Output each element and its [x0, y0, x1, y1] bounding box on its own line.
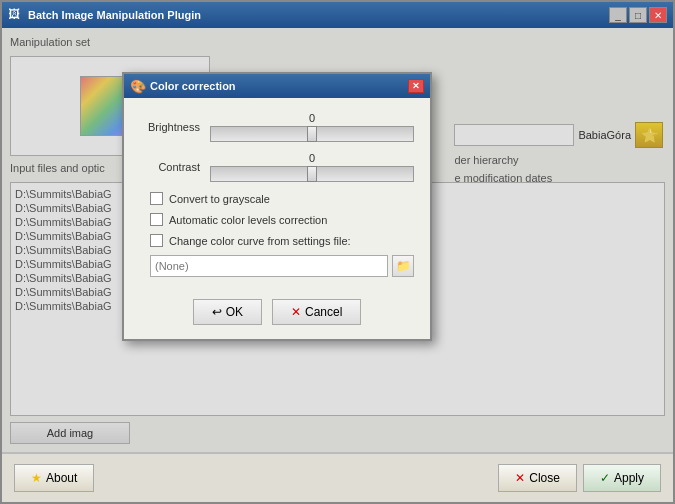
grayscale-label: Convert to grayscale — [169, 193, 270, 205]
dialog-icon: 🎨 — [130, 79, 146, 94]
brightness-row: Brightness 0 — [140, 112, 414, 142]
dialog-footer: ↩ OK ✕ Cancel — [124, 289, 430, 339]
brightness-label: Brightness — [140, 121, 210, 133]
dialog-title-bar: 🎨 Color correction ✕ — [124, 74, 430, 98]
contrast-slider-container: 0 — [210, 152, 414, 182]
contrast-thumb[interactable] — [307, 166, 317, 182]
cancel-icon: ✕ — [291, 305, 301, 319]
auto-levels-label: Automatic color levels correction — [169, 214, 327, 226]
dialog-cancel-button[interactable]: ✕ Cancel — [272, 299, 361, 325]
brightness-value: 0 — [309, 112, 315, 124]
close-label: Close — [529, 471, 560, 485]
file-picker-row: 📁 — [140, 255, 414, 277]
title-bar-buttons: _ □ ✕ — [609, 7, 667, 23]
close-x-icon: ✕ — [515, 471, 525, 485]
auto-levels-row: Automatic color levels correction — [140, 213, 414, 226]
brightness-slider-container: 0 — [210, 112, 414, 142]
contrast-track[interactable] — [210, 166, 414, 182]
contrast-row: Contrast 0 — [140, 152, 414, 182]
dialog-title-left: 🎨 Color correction — [130, 79, 236, 94]
brightness-thumb[interactable] — [307, 126, 317, 142]
dialog-body: Brightness 0 Contrast 0 — [124, 98, 430, 289]
about-star-icon: ★ — [31, 471, 42, 485]
maximize-button[interactable]: □ — [629, 7, 647, 23]
cancel-label: Cancel — [305, 305, 342, 319]
contrast-value: 0 — [309, 152, 315, 164]
window-title: Batch Image Manipulation Plugin — [28, 9, 201, 21]
apply-button[interactable]: ✓ Apply — [583, 464, 661, 492]
color-curve-checkbox[interactable] — [150, 234, 163, 247]
auto-levels-checkbox[interactable] — [150, 213, 163, 226]
color-curve-label: Change color curve from settings file: — [169, 235, 351, 247]
contrast-label: Contrast — [140, 161, 210, 173]
grayscale-checkbox[interactable] — [150, 192, 163, 205]
dialog-ok-button[interactable]: ↩ OK — [193, 299, 262, 325]
ok-icon: ↩ — [212, 305, 222, 319]
dialog-title: Color correction — [150, 80, 236, 92]
title-bar-left: 🖼 Batch Image Manipulation Plugin — [8, 7, 201, 23]
apply-label: Apply — [614, 471, 644, 485]
about-label: About — [46, 471, 77, 485]
bottom-right-buttons: ✕ Close ✓ Apply — [498, 464, 661, 492]
minimize-button[interactable]: _ — [609, 7, 627, 23]
close-main-button[interactable]: ✕ Close — [498, 464, 577, 492]
file-picker-browse-button[interactable]: 📁 — [392, 255, 414, 277]
file-picker-input[interactable] — [150, 255, 388, 277]
apply-check-icon: ✓ — [600, 471, 610, 485]
brightness-track[interactable] — [210, 126, 414, 142]
ok-label: OK — [226, 305, 243, 319]
about-button[interactable]: ★ About — [14, 464, 94, 492]
bottom-bar: ★ About ✕ Close ✓ Apply — [2, 452, 673, 502]
main-window: 🖼 Batch Image Manipulation Plugin _ □ ✕ … — [0, 0, 675, 504]
color-curve-row: Change color curve from settings file: — [140, 234, 414, 247]
title-bar: 🖼 Batch Image Manipulation Plugin _ □ ✕ — [2, 2, 673, 28]
color-correction-dialog: 🎨 Color correction ✕ Brightness 0 Contra… — [122, 72, 432, 341]
grayscale-row: Convert to grayscale — [140, 192, 414, 205]
dialog-close-button[interactable]: ✕ — [408, 79, 424, 93]
app-icon: 🖼 — [8, 7, 24, 23]
close-button[interactable]: ✕ — [649, 7, 667, 23]
